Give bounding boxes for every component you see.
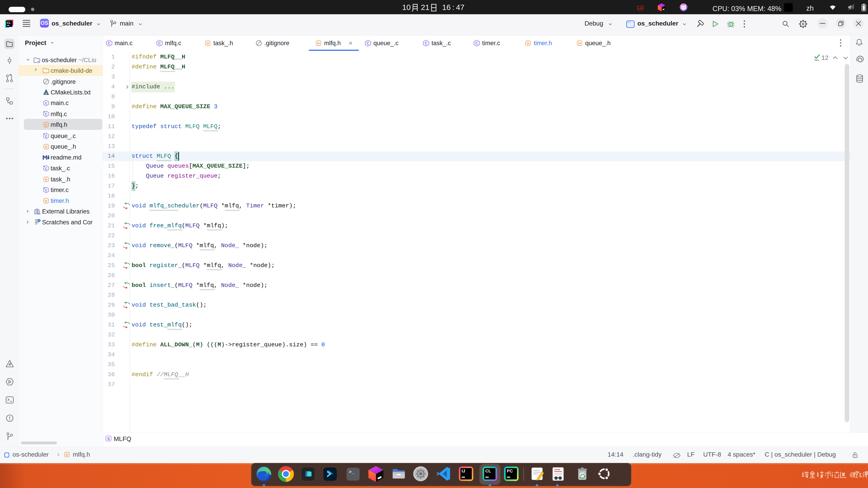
svg-text:S: S <box>107 437 110 441</box>
svg-text:C: C <box>45 101 48 105</box>
svg-text:H: H <box>66 453 68 457</box>
svg-text:C: C <box>45 134 48 138</box>
svg-text:C: C <box>475 41 478 45</box>
svg-text:C: C <box>45 167 48 170</box>
svg-text:C: C <box>367 41 369 45</box>
svg-text:H: H <box>527 41 529 45</box>
svg-text:H: H <box>207 41 209 45</box>
svg-text:H: H <box>45 145 47 149</box>
svg-text:C: C <box>45 112 48 116</box>
svg-text:C: C <box>425 41 428 45</box>
svg-text:H: H <box>45 199 47 203</box>
svg-text:C: C <box>45 188 48 192</box>
svg-text:C: C <box>158 41 161 45</box>
svg-text:C: C <box>108 41 111 45</box>
svg-text:H: H <box>45 178 47 182</box>
svg-text:H: H <box>317 41 320 45</box>
svg-text:H: H <box>579 41 581 45</box>
svg-text:H: H <box>45 123 47 127</box>
